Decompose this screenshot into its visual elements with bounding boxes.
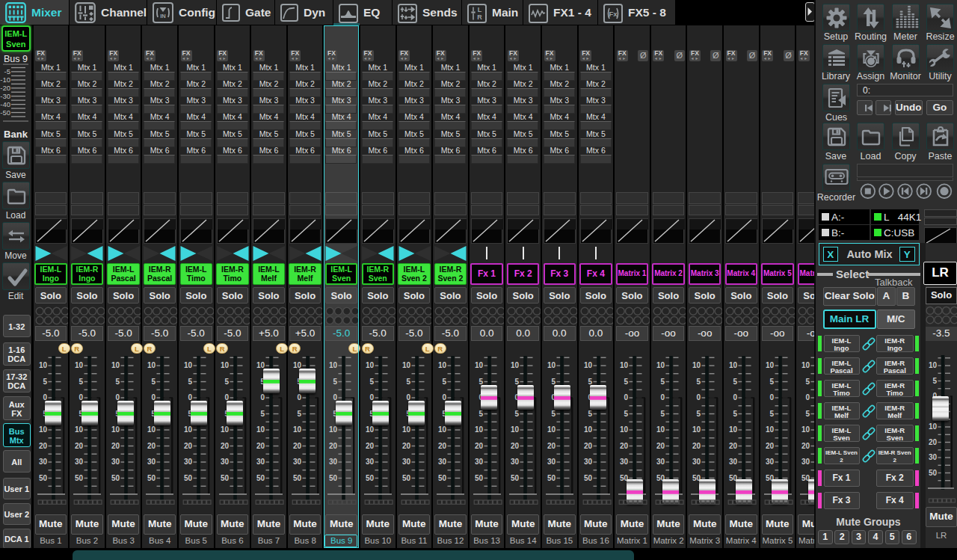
svg-text:-50: -50 — [0, 108, 10, 117]
svg-text:50: 50 — [475, 474, 484, 482]
svg-text:30: 30 — [256, 458, 265, 466]
svg-text:30: 30 — [75, 458, 84, 466]
svg-text:10: 10 — [438, 361, 447, 369]
svg-text:10: 10 — [111, 425, 120, 434]
svg-text:5: 5 — [152, 378, 156, 386]
svg-text:30: 30 — [692, 458, 701, 466]
svg-text:0: 0 — [297, 393, 301, 401]
svg-text:30: 30 — [729, 458, 738, 466]
svg-text:30: 30 — [511, 458, 520, 466]
svg-text:30: 30 — [656, 458, 665, 466]
svg-text:5: 5 — [333, 378, 338, 386]
svg-text:10: 10 — [38, 361, 47, 369]
svg-text:20: 20 — [147, 442, 156, 450]
svg-text:5: 5 — [443, 378, 447, 386]
svg-text:20: 20 — [692, 442, 701, 450]
svg-text:10: 10 — [256, 425, 265, 434]
svg-text:10: 10 — [729, 425, 738, 434]
svg-text:50: 50 — [401, 474, 410, 482]
svg-text:5: 5 — [588, 410, 592, 418]
svg-text:20: 20 — [366, 442, 375, 450]
svg-text:5: 5 — [660, 378, 665, 386]
svg-text:50: 50 — [547, 474, 556, 482]
svg-text:50: 50 — [583, 474, 592, 482]
svg-text:0: 0 — [769, 393, 774, 401]
svg-text:5: 5 — [224, 378, 229, 386]
svg-text:20: 20 — [184, 442, 193, 450]
svg-text:20: 20 — [111, 442, 120, 450]
svg-text:5: 5 — [806, 410, 810, 418]
svg-text:20: 20 — [75, 442, 84, 450]
svg-text:30: 30 — [765, 458, 774, 466]
svg-text:10: 10 — [220, 425, 229, 434]
svg-text:10: 10 — [692, 425, 701, 434]
svg-text:20: 20 — [220, 442, 229, 450]
svg-text:10: 10 — [928, 422, 937, 431]
svg-text:20: 20 — [329, 442, 338, 450]
svg-text:30: 30 — [583, 458, 592, 466]
svg-text:30: 30 — [329, 458, 338, 466]
svg-text:50: 50 — [111, 474, 120, 482]
svg-text:10: 10 — [620, 361, 629, 369]
svg-text:5: 5 — [369, 378, 374, 386]
svg-text:10: 10 — [765, 361, 774, 369]
svg-text:5: 5 — [515, 410, 520, 418]
svg-text:50: 50 — [147, 474, 156, 482]
svg-text:5: 5 — [478, 410, 483, 418]
svg-text:20: 20 — [801, 442, 810, 450]
svg-text:10: 10 — [547, 425, 556, 434]
svg-text:10: 10 — [801, 425, 810, 434]
svg-text:20: 20 — [729, 442, 738, 450]
svg-text:20: 20 — [765, 442, 774, 450]
svg-text:10: 10 — [547, 361, 556, 369]
svg-text:30: 30 — [111, 458, 120, 466]
svg-text:-30: -30 — [0, 92, 10, 100]
svg-text:50: 50 — [220, 474, 229, 482]
svg-text:10: 10 — [729, 361, 738, 369]
svg-text:50: 50 — [511, 474, 520, 482]
svg-text:30: 30 — [293, 458, 302, 466]
svg-text:20: 20 — [547, 442, 556, 450]
svg-text:20: 20 — [656, 442, 665, 450]
svg-text:5: 5 — [406, 378, 410, 386]
svg-text:10: 10 — [75, 361, 84, 369]
svg-text:10: 10 — [511, 425, 520, 434]
svg-text:10: 10 — [147, 425, 156, 434]
svg-text:10: 10 — [475, 425, 484, 434]
svg-text:10: 10 — [801, 361, 810, 369]
svg-text:30: 30 — [184, 458, 193, 466]
svg-text:20: 20 — [401, 442, 410, 450]
svg-text:5: 5 — [697, 410, 701, 418]
svg-text:10: 10 — [220, 361, 229, 369]
svg-text:5: 5 — [115, 378, 120, 386]
svg-text:5: 5 — [806, 378, 810, 386]
svg-text:30: 30 — [801, 458, 810, 466]
svg-text:5: 5 — [769, 378, 774, 386]
svg-text:10: 10 — [438, 425, 447, 434]
svg-text:0: 0 — [624, 393, 629, 401]
svg-text:50: 50 — [293, 474, 302, 482]
svg-text:10: 10 — [38, 425, 47, 434]
svg-text:5: 5 — [297, 410, 301, 418]
svg-text:10: 10 — [692, 361, 701, 369]
svg-text:5: 5 — [697, 378, 701, 386]
svg-text:10: 10 — [401, 425, 410, 434]
svg-text:10: 10 — [765, 425, 774, 434]
svg-text:30: 30 — [547, 458, 556, 466]
svg-text:10: 10 — [583, 425, 592, 434]
svg-text:20: 20 — [438, 442, 447, 450]
svg-text:10: 10 — [147, 361, 156, 369]
svg-text:10: 10 — [656, 361, 665, 369]
svg-text:10: 10 — [184, 361, 193, 369]
svg-text:30: 30 — [928, 453, 937, 461]
svg-text:0: 0 — [733, 393, 737, 401]
svg-text:10: 10 — [401, 361, 410, 369]
svg-text:10: 10 — [329, 361, 338, 369]
svg-text:-10: -10 — [0, 76, 10, 84]
svg-text:20: 20 — [620, 442, 629, 450]
svg-text:30: 30 — [401, 458, 410, 466]
svg-text:5: 5 — [769, 410, 774, 418]
svg-text:30: 30 — [147, 458, 156, 466]
svg-text:30: 30 — [366, 458, 375, 466]
svg-text:10: 10 — [75, 425, 84, 434]
